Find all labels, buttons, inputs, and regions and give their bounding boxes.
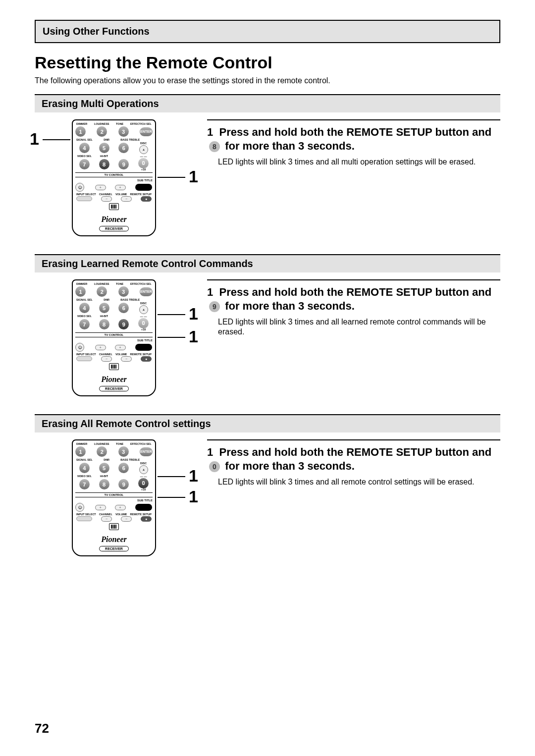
callout-right-bot: 1 xyxy=(189,328,198,345)
num-0-button: 0 xyxy=(138,478,149,488)
step-text: 1 Press and hold both the REMOTE SETUP b… xyxy=(207,279,500,337)
section-heading: Erasing Multi Operations xyxy=(42,98,493,109)
callout-left: 1 xyxy=(30,130,39,147)
page-title: Resetting the Remote Control xyxy=(35,53,500,72)
num-9-button: 9 xyxy=(118,159,129,169)
vol-up-icon: + xyxy=(115,185,126,190)
step-text: 1 Press and hold both the REMOTE SETUP b… xyxy=(207,439,500,487)
section-erase-learned: Erasing Learned Remote Control Commands … xyxy=(35,254,500,396)
callout-right-top: 1 xyxy=(189,467,198,484)
step-desc: LED lights will blink 3 times and all re… xyxy=(207,477,500,487)
section-erase-multi: Erasing Multi Operations 1 1 DIMMER LOUD… xyxy=(35,94,500,236)
remote-setup-button xyxy=(135,504,152,511)
num-9-badge-icon: 9 xyxy=(209,301,220,312)
section-erase-all: Erasing All Remote Control settings 1 1 … xyxy=(35,414,500,556)
num-7-button: 7 xyxy=(79,159,90,169)
step-desc: LED lights will blink 3 times and all mu… xyxy=(207,157,500,167)
callout-right: 1 xyxy=(189,168,198,185)
num-5-button: 5 xyxy=(99,143,109,153)
intro-text: The following operations allow you to er… xyxy=(35,76,500,85)
disc-up-icon: ▴ xyxy=(139,145,148,154)
power-icon: ⏻ xyxy=(75,183,84,192)
ch-up-icon: + xyxy=(95,185,106,190)
section-heading: Erasing All Remote Control settings xyxy=(42,418,493,430)
remote-control-icon: DIMMER LOUDNESS TONE EFFECT/CH SEL 1 2 3… xyxy=(72,439,156,556)
num-2-button: 2 xyxy=(97,126,107,137)
remote-setup-button xyxy=(135,184,152,191)
callout-right-top: 1 xyxy=(189,305,198,322)
enter-button: ENTER xyxy=(140,127,153,136)
remote-diagram: 1 1 DIMMER LOUDNESS TONE EFFECT/CH SEL 1… xyxy=(35,279,193,396)
remote-setup-button xyxy=(135,344,152,351)
num-8-button: 8 xyxy=(99,159,109,169)
step-title: 1 Press and hold both the REMOTE SETUP b… xyxy=(207,445,500,473)
remote-control-icon: DIMMER LOUDNESS TONE EFFECT/CH SEL 1 2 3… xyxy=(72,279,156,396)
step-title: 1 Press and hold both the REMOTE SETUP b… xyxy=(207,285,500,313)
chapter-title: Using Other Functions xyxy=(43,26,492,37)
num-0-badge-icon: 0 xyxy=(209,461,220,472)
chapter-header: Using Other Functions xyxy=(35,20,500,43)
section-heading: Erasing Learned Remote Control Commands xyxy=(42,258,493,270)
step-text: 1 Press and hold both the REMOTE SETUP b… xyxy=(207,119,500,167)
num-4-button: 4 xyxy=(79,143,90,153)
section-heading-bar: Erasing All Remote Control settings xyxy=(35,414,500,432)
display-icon xyxy=(109,203,119,210)
callout-right-bot: 1 xyxy=(189,488,198,505)
num-6-button: 6 xyxy=(118,143,129,153)
led-icon: ● xyxy=(141,196,152,202)
num-0-button: 0 xyxy=(138,158,149,168)
num-1-button: 1 xyxy=(75,126,86,137)
receiver-badge: RECEIVER xyxy=(99,226,129,231)
step-desc: LED lights will blink 3 times and all le… xyxy=(207,317,500,337)
brand-logo: Pioneer xyxy=(75,215,153,224)
page-number: 72 xyxy=(35,721,49,736)
remote-control-icon: DIMMER LOUDNESS TONE EFFECT/CH SEL 1 2 3… xyxy=(72,119,156,236)
step-title: 1 Press and hold both the REMOTE SETUP b… xyxy=(207,125,500,153)
manual-page: Using Other Functions Resetting the Remo… xyxy=(0,0,535,756)
num-3-button: 3 xyxy=(118,126,129,137)
remote-diagram: 1 1 DIMMER LOUDNESS TONE EFFECT/CH SEL 1… xyxy=(35,119,193,236)
num-8-badge-icon: 8 xyxy=(209,141,220,152)
num-9-button: 9 xyxy=(118,319,129,329)
tv-control-label: TV CONTROL xyxy=(75,172,153,177)
section-heading-bar: Erasing Multi Operations xyxy=(35,94,500,112)
remote-diagram: 1 1 DIMMER LOUDNESS TONE EFFECT/CH SEL 1… xyxy=(35,439,193,556)
section-heading-bar: Erasing Learned Remote Control Commands xyxy=(35,254,500,272)
